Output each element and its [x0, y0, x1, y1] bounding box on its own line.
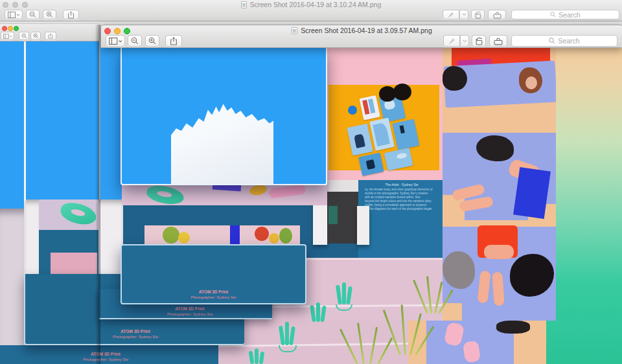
zoom-window-button[interactable]	[124, 28, 130, 34]
back-window-titlebar: Screen Shot 2016-04-19 at 3.10.24 AM.png	[0, 0, 622, 9]
chevron-down-icon	[17, 14, 19, 16]
share-button[interactable]	[63, 10, 79, 19]
black-hair-prop	[379, 84, 413, 103]
artist-line: on, the diagrams for each of the photogr…	[365, 207, 439, 211]
photo-sitting-with-pets	[443, 220, 556, 321]
white-margin-bar-2	[357, 206, 369, 245]
photo-girl-on-towels	[443, 48, 556, 133]
palm-grass	[342, 321, 391, 364]
nested-window-teal-4: ATOM 3D Print Photographer: Sydney Sie	[0, 345, 222, 364]
front-window-shadow	[95, 25, 100, 364]
search-icon	[549, 38, 555, 44]
screenshot-content-collage: The Artist · Sydney Sie ny, the female b…	[0, 21, 622, 364]
nested-minimize-icon	[8, 26, 13, 31]
nested-window-teal-1: ATOM 3D Print Photographer: Sydney Sie	[121, 244, 306, 304]
photo-caption: ATOM 3D Print Photographer: Sydney Sie	[138, 306, 242, 317]
nested-zoom-icon	[14, 26, 19, 31]
nested-window-chrome-fragment	[0, 23, 99, 41]
nested-window-gap	[24, 41, 26, 201]
search-placeholder: Search	[559, 11, 580, 19]
front-window-chrome: Screen Shot 2016-04-19 at 3.09.57 AM.png	[100, 25, 622, 48]
zoom-in-button[interactable]	[43, 10, 56, 19]
chevron-down-icon	[119, 40, 121, 41]
zoom-in-button[interactable]	[145, 35, 159, 47]
share-button[interactable]	[165, 35, 182, 47]
nested-blue-image-left-lower	[0, 201, 24, 209]
caption-title: ATOM 3D Print	[138, 306, 242, 312]
chevron-down-icon	[463, 40, 467, 43]
nested-lavender-margin	[0, 209, 24, 364]
front-window-toolbar: Search	[101, 34, 622, 49]
caption-credit: Photographer: Sydney Sie	[122, 295, 305, 300]
markup-toolbox-button[interactable]	[489, 35, 507, 47]
back-window-toolbar: Search	[0, 9, 622, 21]
markup-toolbox-button[interactable]	[488, 10, 506, 19]
laptop-screen-inset	[328, 206, 338, 224]
close-button[interactable]	[104, 28, 111, 34]
nested-white-margin-2	[98, 199, 122, 275]
gradient-background-panel-lower	[546, 321, 622, 364]
front-window-titlebar[interactable]: Screen Shot 2016-04-19 at 3.09.57 AM.png	[101, 25, 622, 34]
yellow-postcard-panel	[328, 85, 439, 170]
nested-blue-image-left	[0, 41, 99, 201]
artist-heading: The Artist · Sydney Sie	[365, 183, 439, 187]
sidebar-icon	[1, 32, 14, 40]
zoom-window-button[interactable]	[22, 2, 28, 8]
nested-iron-photo-strip	[39, 199, 99, 232]
cactus-hand-prop	[337, 282, 351, 304]
artist-text-panel: The Artist · Sydney Sie ny, the female b…	[358, 180, 443, 259]
zoom-out-icon	[19, 32, 29, 40]
search-icon	[550, 12, 556, 17]
props-photo-strip	[122, 185, 327, 205]
zoom-out-button[interactable]	[26, 10, 40, 19]
zoom-out-button[interactable]	[128, 35, 142, 47]
minimize-button[interactable]	[114, 28, 121, 34]
photo-feet-on-towel	[408, 321, 547, 364]
cactus-hand-prop	[280, 322, 294, 345]
photo-caption: ATOM 3D Print Photographer: Sydney Sie	[54, 352, 157, 362]
close-button[interactable]	[3, 2, 8, 8]
zoom-in-icon	[30, 32, 41, 40]
share-icon	[45, 32, 56, 40]
caption-title: ATOM 3D Print	[122, 290, 305, 295]
markup-dropdown-button[interactable]	[459, 10, 468, 19]
cactus-hand-prop	[311, 302, 325, 322]
nested-pink-strip-left	[51, 253, 97, 274]
nested-close-icon	[2, 26, 7, 31]
markup-pen-button[interactable]	[443, 35, 460, 47]
sidebar-button[interactable]	[106, 35, 125, 47]
caption-title: ATOM 3D Print	[54, 352, 157, 357]
palm-grass	[387, 303, 424, 355]
search-placeholder: Search	[558, 37, 579, 45]
markup-dropdown-button[interactable]	[460, 35, 469, 47]
nested-white-margin	[26, 199, 39, 276]
caption-credit: Photographer: Sydney Sie	[54, 357, 157, 362]
front-search-field[interactable]: Search	[511, 35, 617, 47]
play-badge-icon	[348, 106, 357, 115]
document-proxy-icon	[241, 1, 247, 8]
blue-image-margin	[100, 48, 122, 201]
nested-preview-window-mountain	[121, 48, 327, 185]
rotate-left-button[interactable]	[471, 10, 485, 19]
photo-caption: ATOM 3D Print Photographer: Sydney Sie	[122, 290, 305, 300]
back-window-title: Screen Shot 2016-04-19 at 3.10.24 AM.png	[250, 1, 382, 8]
rotate-left-button[interactable]	[472, 35, 486, 47]
sidebar-button[interactable]	[5, 10, 23, 19]
photo-hands-and-feet	[443, 133, 556, 220]
markup-pen-button[interactable]	[443, 10, 459, 19]
minimize-button[interactable]	[12, 2, 18, 8]
front-window-title: Screen Shot 2016-04-19 at 3.09.57 AM.png	[301, 27, 432, 34]
desktop: Screen Shot 2016-04-19 at 3.10.24 AM.png	[0, 0, 622, 364]
cactus-hand-prop	[249, 348, 264, 364]
back-search-field[interactable]: Search	[511, 10, 619, 19]
back-window-chrome: Screen Shot 2016-04-19 at 3.10.24 AM.png	[0, 0, 622, 21]
caption-credit: Photographer: Sydney Sie	[138, 312, 242, 317]
gradient-background-panel	[556, 48, 622, 321]
document-proxy-icon	[292, 27, 297, 34]
chevron-down-icon	[462, 13, 466, 16]
paper-mountain-image	[171, 100, 273, 184]
